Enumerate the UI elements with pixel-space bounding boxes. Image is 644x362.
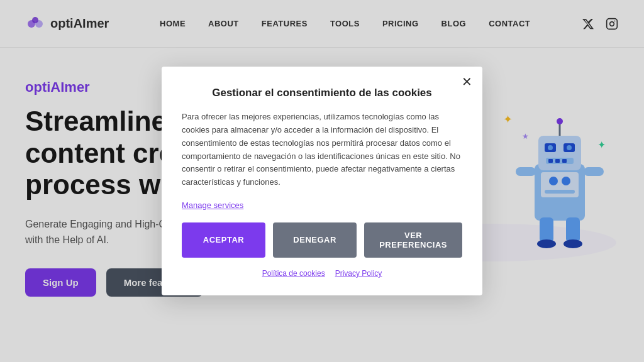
cookie-modal: ✕ Gestionar el consentimiento de las coo…: [162, 67, 482, 295]
cookie-title: Gestionar el consentimiento de las cooki…: [182, 87, 462, 99]
preferences-button[interactable]: VER PREFERENCIAS: [364, 222, 462, 258]
cookie-buttons: ACEPTAR DENEGAR VER PREFERENCIAS: [182, 222, 462, 258]
deny-button[interactable]: DENEGAR: [273, 222, 357, 258]
cookie-policy-link[interactable]: Política de cookies: [262, 269, 325, 278]
privacy-policy-link[interactable]: Privacy Policy: [335, 269, 382, 278]
cookie-close-button[interactable]: ✕: [462, 75, 472, 88]
accept-button[interactable]: ACEPTAR: [182, 222, 265, 258]
cookie-overlay: ✕ Gestionar el consentimiento de las coo…: [0, 0, 644, 362]
cookie-body: Para ofrecer las mejores experiencias, u…: [182, 111, 462, 189]
manage-services-link[interactable]: Manage services: [182, 200, 243, 210]
cookie-footer-links: Política de cookies Privacy Policy: [182, 269, 462, 278]
